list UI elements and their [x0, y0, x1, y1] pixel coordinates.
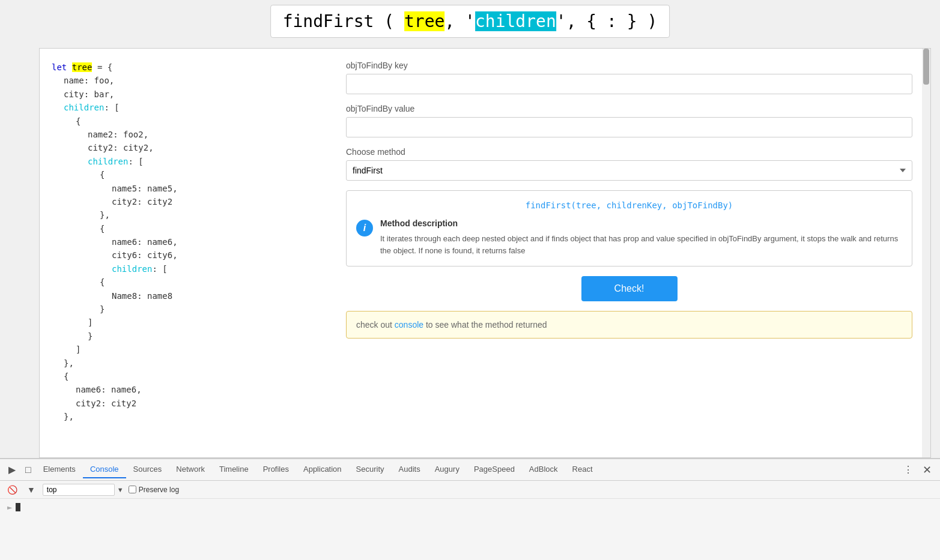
value-label: objToFindBy value — [346, 104, 912, 113]
method-body: i Method description It iterates through… — [356, 218, 902, 256]
fn-tree-arg: tree — [404, 11, 444, 31]
method-text: Method description It iterates through e… — [380, 218, 902, 256]
code-line-16: children: [ — [112, 262, 316, 275]
console-hint-prefix: check out — [356, 320, 395, 330]
code-line-22: ] — [76, 343, 316, 356]
code-line-20: ] — [88, 316, 316, 329]
tab-network[interactable]: Network — [169, 461, 212, 478]
tab-sources[interactable]: Sources — [126, 461, 169, 478]
preserve-log-label: Preserve log — [139, 486, 179, 494]
filter-input-wrap: ▼ — [43, 484, 124, 496]
code-line-4: children: [ — [64, 101, 316, 114]
method-desc-box: findFirst(tree, childrenKey, objToFindBy… — [346, 190, 912, 266]
info-icon: i — [356, 220, 373, 236]
tab-timeline[interactable]: Timeline — [212, 461, 256, 478]
desc-body: It iterates through each deep nested obj… — [380, 233, 902, 256]
tab-profiles[interactable]: Profiles — [256, 461, 296, 478]
code-line-24: { — [64, 370, 316, 383]
code-line-8: children: [ — [88, 155, 316, 168]
tab-console[interactable]: Console — [83, 461, 126, 478]
fn-children-arg: children — [475, 11, 556, 31]
method-select[interactable]: findFirst findAll findParent — [346, 160, 912, 181]
devtools-console-area: ► — [0, 499, 940, 516]
tab-security[interactable]: Security — [349, 461, 392, 478]
code-line-17: { — [100, 275, 316, 289]
code-line-25: name6: name6, — [76, 383, 316, 396]
main-scrollbar[interactable] — [922, 49, 930, 457]
devtools-bar: ▶ □ Elements Console Sources Network Tim… — [0, 458, 940, 560]
code-line-11: city2: city2 — [112, 195, 316, 208]
scrollbar-thumb[interactable] — [923, 49, 929, 85]
code-line-3: city: bar, — [64, 88, 316, 101]
desc-title: Method description — [380, 218, 902, 228]
code-line-1: let tree = { — [52, 61, 316, 74]
check-button[interactable]: Check! — [581, 276, 678, 301]
code-line-5: { — [76, 115, 316, 128]
code-line-19: } — [100, 303, 316, 316]
code-line-10: name5: name5, — [112, 182, 316, 195]
code-line-13: { — [100, 222, 316, 235]
devtools-toolbar: 🚫 ▼ ▼ Preserve log — [0, 481, 940, 499]
tab-augury[interactable]: Augury — [428, 461, 467, 478]
code-line-12: }, — [100, 208, 316, 221]
fn-name: findFirst ( — [283, 11, 404, 31]
devtools-close-btn[interactable]: ✕ — [918, 461, 936, 479]
tab-react[interactable]: React — [565, 461, 600, 478]
fn-findFirst: findFirst ( tree, 'children', { : } ) — [283, 11, 658, 31]
devtools-tabs: ▶ □ Elements Console Sources Network Tim… — [0, 459, 940, 481]
preserve-log-wrap: Preserve log — [129, 486, 179, 494]
fn-comma1: , ' — [444, 11, 475, 31]
method-field-group: Choose method findFirst findAll findPare… — [346, 147, 912, 181]
key-input[interactable] — [346, 74, 912, 94]
main-content: let tree = { name: foo, city: bar, child… — [39, 48, 931, 458]
key-field-group: objToFindBy key — [346, 61, 912, 94]
code-line-14: name6: name6, — [112, 235, 316, 248]
preserve-log-checkbox[interactable] — [129, 486, 136, 493]
fn-rest: ', { : } ) — [556, 11, 658, 31]
devtools-pointer-icon[interactable]: ▶ — [4, 462, 20, 478]
code-line-2: name: foo, — [64, 74, 316, 87]
tab-more-btn[interactable]: ⋮ — [899, 462, 918, 478]
code-line-21: } — [88, 330, 316, 343]
code-line-15: city6: city6, — [112, 248, 316, 262]
code-line-9: { — [100, 168, 316, 181]
filter-input[interactable] — [43, 484, 115, 496]
code-line-18: Name8: name8 — [112, 289, 316, 303]
check-btn-wrap: Check! — [346, 276, 912, 301]
method-label: Choose method — [346, 147, 912, 157]
tab-application[interactable]: Application — [296, 461, 349, 478]
function-signature-bar: findFirst ( tree, 'children', { : } ) — [270, 5, 670, 38]
code-line-27: }, — [64, 410, 316, 423]
method-signature: findFirst(tree, childrenKey, objToFindBy… — [356, 200, 902, 210]
filter-dropdown-btn[interactable]: ▼ — [117, 486, 124, 493]
tab-audits[interactable]: Audits — [392, 461, 428, 478]
filter-toggle-btn[interactable]: ▼ — [25, 484, 38, 496]
devtools-dock-icon[interactable]: □ — [20, 462, 36, 478]
console-cursor[interactable] — [16, 503, 20, 511]
tab-pagespeed[interactable]: PageSpeed — [467, 461, 522, 478]
console-link[interactable]: console — [395, 320, 423, 330]
tab-elements[interactable]: Elements — [36, 461, 83, 478]
console-prompt: ► — [7, 502, 12, 512]
code-line-6: name2: foo2, — [88, 128, 316, 141]
code-line-7: city2: city2, — [88, 141, 316, 154]
console-hint-suffix: to see what the method returned — [423, 320, 547, 330]
code-line-26: city2: city2 — [76, 397, 316, 410]
code-line-23: }, — [64, 357, 316, 370]
value-field-group: objToFindBy value — [346, 104, 912, 137]
tab-adblock[interactable]: AdBlock — [522, 461, 565, 478]
clear-console-btn[interactable]: 🚫 — [5, 484, 20, 496]
console-hint: check out console to see what the method… — [346, 311, 912, 339]
value-input[interactable] — [346, 117, 912, 137]
key-label: objToFindBy key — [346, 61, 912, 70]
right-panel: objToFindBy key objToFindBy value Choose… — [328, 49, 930, 457]
code-panel: let tree = { name: foo, city: bar, child… — [40, 49, 328, 457]
